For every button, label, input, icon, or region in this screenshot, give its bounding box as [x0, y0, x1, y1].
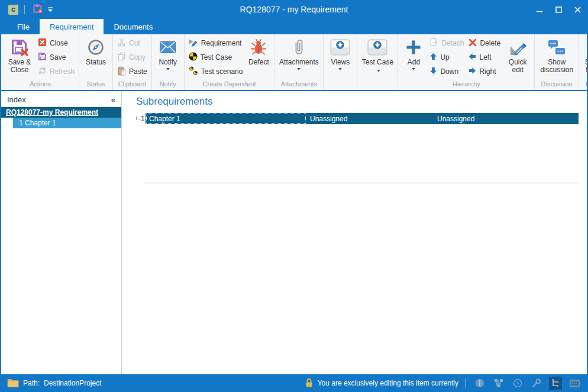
window-title: RQ128077 - my Requirement	[1, 5, 587, 14]
save-icon	[38, 52, 47, 63]
show-discussion-button[interactable]: Show discussion	[537, 36, 577, 80]
tab-documents[interactable]: Documents	[104, 19, 163, 34]
simple-format-button[interactable]: Simple format	[581, 36, 588, 80]
close-button[interactable]	[568, 0, 587, 19]
cell-name[interactable]: Chapter 1	[146, 113, 306, 124]
subrequirements-panel: Subrequirements 1 Chapter 1 Unassigned U…	[122, 91, 587, 374]
tree-item-chapter[interactable]: 1 Chapter 1	[13, 118, 121, 128]
collapse-panel-button[interactable]: «	[111, 95, 115, 104]
tab-file[interactable]: File	[7, 19, 40, 34]
minimize-icon	[537, 7, 543, 13]
quick-edit-button[interactable]: Quick edit	[503, 36, 532, 80]
chevron-down-icon	[47, 4, 53, 15]
index-sidebar: Index « RQ128077-my Requirement 1 Chapte…	[1, 91, 122, 374]
info-icon[interactable]	[473, 377, 486, 390]
view-sphere-icon	[330, 37, 350, 57]
refresh-icon	[38, 66, 47, 77]
paste-button[interactable]: Paste	[115, 64, 150, 79]
discussion-bubbles-icon	[548, 37, 566, 57]
relations-icon[interactable]	[492, 377, 505, 390]
group-label-status: Status	[79, 80, 112, 90]
ribbon-group-attachments: Attachments Attachments	[274, 34, 324, 90]
ribbon-group-actions: Save & Close Close Save Refresh	[2, 34, 79, 90]
arrow-up-icon	[429, 53, 437, 62]
hierarchy-view-icon[interactable]	[549, 377, 562, 390]
close-icon	[574, 7, 581, 13]
tab-requirement[interactable]: Requirement	[40, 19, 104, 34]
envelope-icon	[160, 37, 176, 57]
quick-save-button[interactable]	[31, 3, 44, 16]
qat-customize-button[interactable]	[44, 3, 57, 16]
move-down-button[interactable]: Down	[427, 64, 466, 79]
keyboard-icon[interactable]	[568, 377, 581, 390]
save-close-icon	[11, 37, 28, 57]
detach-button[interactable]: Detach	[427, 36, 466, 50]
status-button[interactable]: Status	[81, 36, 111, 80]
ribbon-tab-bar: File Requirement Documents	[1, 19, 587, 34]
lock-message: You are exclusively editing this item cu…	[318, 379, 458, 387]
requirement-pencil-icon	[189, 38, 198, 49]
group-label-hierarchy: Hierarchy	[398, 80, 534, 90]
tree-elbow-icon	[136, 115, 140, 120]
copy-button[interactable]: Copy	[115, 50, 150, 64]
notify-button[interactable]: Notify	[154, 36, 182, 80]
views-button[interactable]: Views	[325, 36, 355, 80]
plus-icon	[405, 37, 422, 57]
window-controls	[530, 0, 587, 19]
move-left-button[interactable]: Left	[466, 50, 503, 64]
save-and-close-button[interactable]: Save & Close	[4, 36, 35, 80]
cut-button[interactable]: Cut	[115, 36, 150, 50]
move-right-button[interactable]: Right	[466, 64, 503, 79]
create-test-case-button[interactable]: Test Case	[186, 50, 245, 64]
dropdown-arrow-icon	[166, 68, 170, 70]
create-requirement-button[interactable]: Requirement	[186, 36, 245, 50]
create-test-scenario-button[interactable]: Test scenario	[186, 64, 245, 79]
save-button[interactable]: Save	[35, 50, 77, 64]
tree-item-requirement[interactable]: RQ128077-my Requirement	[1, 107, 121, 118]
statusbar-separator	[466, 378, 466, 388]
path-value: DestinationProject	[44, 379, 101, 387]
row-index: 1	[141, 115, 145, 123]
group-label-discussion: Discussion	[535, 80, 579, 90]
test-case-view-button[interactable]: Test Case	[359, 36, 396, 80]
ribbon: Save & Close Close Save Refresh	[1, 34, 587, 91]
ribbon-group-discussion: Show discussion Discussion	[535, 34, 579, 90]
path-label: Path:	[23, 379, 40, 387]
group-label-attachments: Attachments	[274, 80, 323, 90]
add-button[interactable]: Add	[400, 36, 427, 80]
create-defect-button[interactable]: Defect	[245, 36, 272, 80]
ribbon-group-test-case: Test Case	[357, 34, 398, 90]
refresh-button[interactable]: Refresh	[35, 64, 77, 79]
move-up-button[interactable]: Up	[427, 50, 466, 64]
maximize-icon	[555, 7, 562, 13]
cell-assignee-1[interactable]: Unassigned	[306, 113, 434, 124]
scissors-icon	[117, 38, 126, 48]
selected-row-bar[interactable]: Chapter 1 Unassigned Unassigned	[146, 113, 579, 124]
paperclip-icon	[292, 37, 305, 57]
folder-icon	[7, 378, 19, 389]
subrequirement-row[interactable]: 1 Chapter 1 Unassigned Unassigned	[136, 113, 579, 124]
maximize-button[interactable]	[549, 0, 568, 19]
delete-button[interactable]: Delete	[466, 36, 503, 50]
dropdown-arrow-icon	[377, 70, 380, 72]
dropdown-arrow-icon	[338, 68, 342, 70]
tools-icon[interactable]	[530, 377, 543, 390]
ribbon-group-notify: Notify Notify	[152, 34, 185, 90]
minimize-button[interactable]	[530, 0, 549, 19]
save-icon	[33, 4, 43, 16]
history-icon[interactable]	[511, 377, 524, 390]
close-item-button[interactable]: Close	[35, 36, 77, 50]
qat-separator	[24, 5, 25, 14]
statusbar: Path: DestinationProject You are exclusi…	[1, 374, 587, 392]
ribbon-group-create-dependent: Requirement Test Case Test scenario	[185, 34, 275, 90]
cell-assignee-2[interactable]: Unassigned	[434, 113, 579, 124]
content-area: Index « RQ128077-my Requirement 1 Chapte…	[1, 91, 587, 374]
quick-edit-icon	[509, 37, 526, 57]
ribbon-group-views: Views	[324, 34, 357, 90]
sidebar-title: Index	[7, 95, 26, 104]
attachments-button[interactable]: Attachments	[276, 36, 321, 80]
copy-icon	[117, 52, 126, 63]
ribbon-group-format: Simple format Format	[579, 34, 588, 90]
ribbon-group-status: Status Status	[79, 34, 113, 90]
app-logo-icon[interactable]: c	[8, 5, 18, 15]
